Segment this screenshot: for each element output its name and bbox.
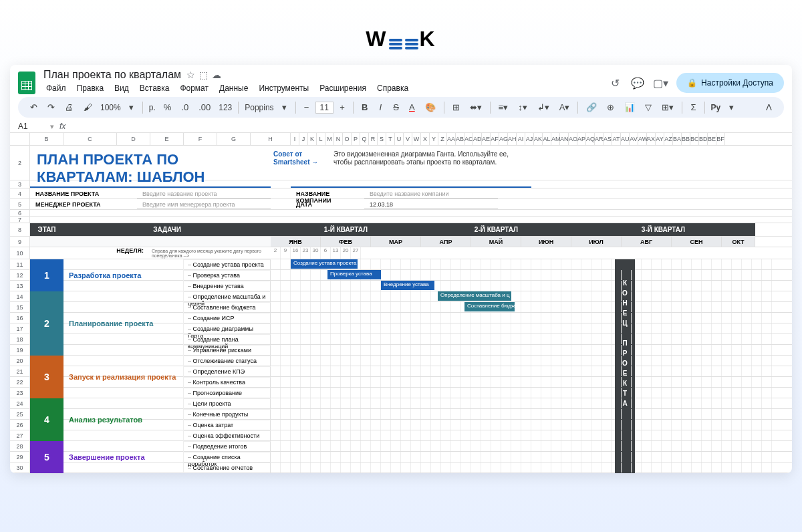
gantt-cell[interactable] (461, 345, 471, 355)
gantt-cell[interactable] (471, 323, 481, 334)
gantt-cell[interactable] (742, 366, 752, 376)
gantt-cell[interactable] (481, 323, 491, 334)
gantt-cell[interactable] (662, 270, 672, 280)
gantt-cell[interactable] (571, 356, 581, 366)
gantt-cell[interactable] (401, 291, 411, 301)
gantt-cell[interactable] (652, 366, 662, 376)
column-header[interactable]: AC (464, 133, 473, 145)
gantt-cell[interactable] (271, 302, 281, 312)
gantt-cell[interactable] (381, 313, 391, 323)
column-header[interactable]: AB (456, 133, 464, 145)
meta-input[interactable]: Введите имя менеджера проекта (137, 199, 271, 209)
column-header[interactable]: AA (447, 133, 456, 145)
gantt-cell[interactable] (602, 323, 612, 334)
gantt-cell[interactable] (371, 388, 381, 398)
gantt-cell[interactable] (301, 398, 311, 408)
gantt-cell[interactable] (591, 302, 602, 312)
gantt-cell[interactable] (602, 452, 612, 462)
gantt-cell[interactable] (602, 302, 612, 312)
gantt-cell[interactable] (451, 334, 461, 344)
gantt-cell[interactable] (401, 388, 411, 398)
gantt-cell[interactable] (411, 377, 421, 387)
gantt-cell[interactable] (672, 430, 682, 440)
column-header[interactable]: J (299, 133, 308, 145)
gantt-cell[interactable] (481, 462, 491, 473)
gantt-cell[interactable] (541, 441, 551, 451)
undo-button[interactable]: ↶ (26, 100, 41, 115)
gantt-cell[interactable] (612, 345, 622, 355)
gantt-cell[interactable] (521, 313, 531, 323)
gantt-cell[interactable] (481, 270, 491, 280)
gantt-cell[interactable] (461, 323, 471, 334)
gantt-cell[interactable] (702, 259, 712, 269)
gantt-cell[interactable] (612, 462, 622, 473)
gantt-cell[interactable] (351, 441, 361, 451)
gantt-cell[interactable] (291, 302, 301, 312)
gantt-cell[interactable] (632, 356, 642, 366)
gantt-cell[interactable] (692, 388, 702, 398)
row-header[interactable]: 5 (10, 199, 30, 209)
gantt-cell[interactable] (742, 281, 752, 291)
gantt-cell[interactable] (672, 398, 682, 408)
gantt-cell[interactable] (541, 345, 551, 355)
gantt-cell[interactable] (431, 388, 441, 398)
gantt-cell[interactable] (271, 366, 281, 376)
gantt-cell[interactable] (521, 366, 531, 376)
gantt-cell[interactable] (431, 377, 441, 387)
bold-button[interactable]: B (358, 100, 372, 115)
cloud-icon[interactable]: ☁ (212, 70, 221, 80)
task-cell[interactable]: – Оценка затрат (184, 420, 271, 430)
gantt-cell[interactable] (401, 452, 411, 462)
decrease-font-button[interactable]: − (300, 100, 313, 115)
gantt-cell[interactable] (451, 356, 461, 366)
gantt-cell[interactable] (401, 462, 411, 473)
gantt-cell[interactable] (281, 430, 291, 440)
gantt-cell[interactable] (401, 323, 411, 334)
gantt-cell[interactable] (291, 409, 301, 419)
gantt-cell[interactable] (281, 388, 291, 398)
gantt-cell[interactable] (732, 302, 742, 312)
gantt-cell[interactable] (511, 291, 521, 301)
gantt-cell[interactable] (461, 356, 471, 366)
gantt-cell[interactable] (351, 409, 361, 419)
gantt-cell[interactable] (401, 366, 411, 376)
gantt-cell[interactable] (732, 259, 742, 269)
gantt-bar[interactable]: Проверка устава (327, 270, 381, 279)
task-cell[interactable]: – Проверка устава (184, 270, 271, 280)
gantt-cell[interactable] (602, 259, 612, 269)
gantt-cell[interactable] (712, 259, 722, 269)
column-header[interactable]: Z (438, 133, 447, 145)
gantt-cell[interactable] (672, 420, 682, 430)
gantt-cell[interactable] (391, 313, 401, 323)
gantt-cell[interactable] (642, 356, 652, 366)
gantt-cell[interactable] (561, 388, 571, 398)
meta-input[interactable]: Введите название проекта (137, 188, 271, 198)
gantt-cell[interactable] (391, 323, 401, 334)
gantt-cell[interactable] (702, 430, 712, 440)
gantt-cell[interactable] (652, 356, 662, 366)
gantt-cell[interactable] (381, 388, 391, 398)
gantt-cell[interactable] (401, 377, 411, 387)
gantt-cell[interactable] (642, 313, 652, 323)
gantt-bar[interactable]: Внедрение устава (381, 281, 434, 290)
gantt-cell[interactable] (702, 323, 712, 334)
gantt-cell[interactable] (451, 302, 461, 312)
column-header[interactable]: C (63, 133, 117, 145)
column-header[interactable]: S (378, 133, 386, 145)
gantt-cell[interactable] (561, 281, 571, 291)
gantt-cell[interactable] (642, 420, 652, 430)
gantt-cell[interactable] (451, 313, 461, 323)
gantt-cell[interactable] (361, 259, 371, 269)
gantt-cell[interactable] (762, 452, 772, 462)
gantt-cell[interactable] (591, 398, 602, 408)
gantt-cell[interactable] (421, 388, 431, 398)
gantt-cell[interactable] (551, 430, 561, 440)
gantt-cell[interactable] (301, 409, 311, 419)
gantt-cell[interactable] (381, 270, 391, 280)
gantt-cell[interactable] (702, 345, 712, 355)
gantt-cell[interactable] (371, 452, 381, 462)
gantt-cell[interactable] (341, 281, 351, 291)
gantt-cell[interactable] (301, 366, 311, 376)
gantt-cell[interactable] (391, 398, 401, 408)
gantt-cell[interactable] (531, 281, 541, 291)
